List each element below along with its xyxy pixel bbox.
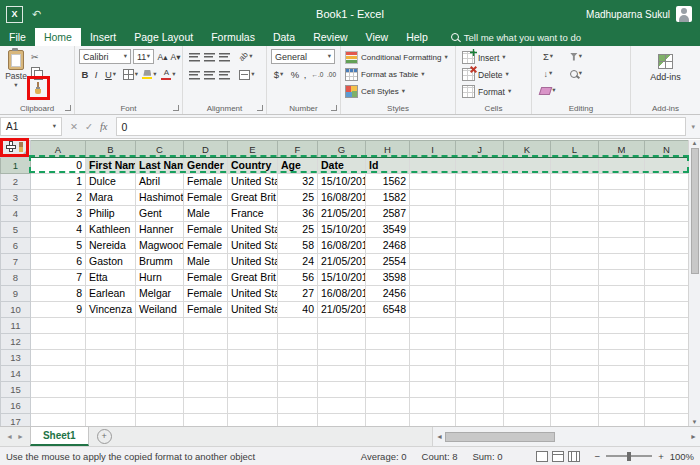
- cell-C7[interactable]: Brumm: [136, 254, 184, 270]
- cell-I5[interactable]: [410, 222, 456, 238]
- cell-I15[interactable]: [410, 382, 456, 398]
- cell-G8[interactable]: 15/10/201: [318, 270, 366, 286]
- addins-button[interactable]: Add-ins: [631, 54, 700, 82]
- cell-H5[interactable]: 3549: [366, 222, 410, 238]
- currency-button[interactable]: $▾: [271, 67, 286, 82]
- cell-J6[interactable]: [456, 238, 504, 254]
- cell-F14[interactable]: [278, 366, 318, 382]
- cell-H9[interactable]: 2456: [366, 286, 410, 302]
- cell-B5[interactable]: Kathleen: [86, 222, 136, 238]
- user-name[interactable]: Madhuparna Sukul: [586, 9, 670, 20]
- column-header-B[interactable]: B: [86, 141, 136, 158]
- cell-E2[interactable]: United Sta: [228, 174, 278, 190]
- cell-H10[interactable]: 6548: [366, 302, 410, 318]
- cell-D14[interactable]: [184, 366, 228, 382]
- cell-B3[interactable]: Mara: [86, 190, 136, 206]
- cell-L6[interactable]: [551, 238, 599, 254]
- cell-H13[interactable]: [366, 350, 410, 366]
- column-header-K[interactable]: K: [504, 141, 551, 158]
- ribbon-tab-review[interactable]: Review: [304, 28, 356, 46]
- find-select-button[interactable]: ▾: [566, 66, 586, 81]
- cell-K4[interactable]: [504, 206, 551, 222]
- cell-E12[interactable]: [228, 334, 278, 350]
- cell-H6[interactable]: 2468: [366, 238, 410, 254]
- cell-A3[interactable]: 2: [31, 190, 86, 206]
- cell-K3[interactable]: [504, 190, 551, 206]
- cell-N1[interactable]: [645, 158, 689, 174]
- tell-me-box[interactable]: Tell me what you want to do: [451, 28, 581, 46]
- cell-G13[interactable]: [318, 350, 366, 366]
- cell-I16[interactable]: [410, 398, 456, 414]
- row-header-10[interactable]: 10: [1, 302, 31, 318]
- page-layout-view-icon[interactable]: [552, 451, 564, 462]
- cell-N14[interactable]: [645, 366, 689, 382]
- cell-G2[interactable]: 15/10/201: [318, 174, 366, 190]
- cell-A5[interactable]: 4: [31, 222, 86, 238]
- cell-L4[interactable]: [551, 206, 599, 222]
- cell-I4[interactable]: [410, 206, 456, 222]
- cell-F13[interactable]: [278, 350, 318, 366]
- zoom-level[interactable]: 100%: [670, 451, 694, 462]
- zoom-out-button[interactable]: −: [595, 451, 601, 462]
- cell-M14[interactable]: [599, 366, 645, 382]
- cell-B12[interactable]: [86, 334, 136, 350]
- number-format-combo[interactable]: General▾: [271, 49, 335, 64]
- cell-B11[interactable]: [86, 318, 136, 334]
- row-header-9[interactable]: 9: [1, 286, 31, 302]
- zoom-slider-thumb[interactable]: [627, 452, 631, 461]
- underline-button[interactable]: U▾: [102, 67, 119, 82]
- cell-J5[interactable]: [456, 222, 504, 238]
- cell-F6[interactable]: 58: [278, 238, 318, 254]
- bold-button[interactable]: B: [80, 67, 90, 82]
- row-header-8[interactable]: 8: [1, 270, 31, 286]
- ribbon-tab-home[interactable]: Home: [35, 28, 81, 46]
- cell-J2[interactable]: [456, 174, 504, 190]
- cell-H7[interactable]: 2554: [366, 254, 410, 270]
- scroll-down-icon[interactable]: ▼: [692, 419, 698, 425]
- decrease-decimal-button[interactable]: .00: [325, 67, 338, 82]
- cell-E7[interactable]: United Sta: [228, 254, 278, 270]
- cell-E5[interactable]: United Sta: [228, 222, 278, 238]
- cell-I13[interactable]: [410, 350, 456, 366]
- insert-function-icon[interactable]: fx: [100, 121, 108, 132]
- cell-A2[interactable]: 1: [31, 174, 86, 190]
- font-dialog-launcher[interactable]: [173, 105, 179, 111]
- cell-M11[interactable]: [599, 318, 645, 334]
- formula-input[interactable]: 0: [116, 117, 687, 136]
- horizontal-scroll-thumb[interactable]: [445, 432, 555, 442]
- column-header-C[interactable]: C: [136, 141, 184, 158]
- cell-H14[interactable]: [366, 366, 410, 382]
- shrink-font-button[interactable]: A▾: [169, 49, 182, 64]
- cell-H2[interactable]: 1562: [366, 174, 410, 190]
- cell-N4[interactable]: [645, 206, 689, 222]
- percent-button[interactable]: %: [290, 67, 300, 82]
- cell-E8[interactable]: Great Brit: [228, 270, 278, 286]
- cell-G7[interactable]: 21/05/201: [318, 254, 366, 270]
- cell-J14[interactable]: [456, 366, 504, 382]
- cell-I12[interactable]: [410, 334, 456, 350]
- cell-B6[interactable]: Nereida: [86, 238, 136, 254]
- cell-G3[interactable]: 16/08/201: [318, 190, 366, 206]
- cell-D12[interactable]: [184, 334, 228, 350]
- cell-I1[interactable]: [410, 158, 456, 174]
- cell-J13[interactable]: [456, 350, 504, 366]
- cell-N3[interactable]: [645, 190, 689, 206]
- cell-G1[interactable]: Date: [318, 158, 366, 174]
- cell-A13[interactable]: [31, 350, 86, 366]
- cell-B14[interactable]: [86, 366, 136, 382]
- cell-E14[interactable]: [228, 366, 278, 382]
- cell-E13[interactable]: [228, 350, 278, 366]
- cell-D8[interactable]: Female: [184, 270, 228, 286]
- cell-G6[interactable]: 16/08/201: [318, 238, 366, 254]
- cell-A14[interactable]: [31, 366, 86, 382]
- cell-M10[interactable]: [599, 302, 645, 318]
- cell-A8[interactable]: 7: [31, 270, 86, 286]
- comma-button[interactable]: ,: [301, 67, 309, 82]
- cell-D11[interactable]: [184, 318, 228, 334]
- alignment-dialog-launcher[interactable]: [257, 105, 263, 111]
- font-size-combo[interactable]: 11▾: [133, 49, 154, 64]
- user-avatar-icon[interactable]: [676, 6, 692, 22]
- enter-icon[interactable]: ✓: [85, 121, 93, 132]
- cell-E10[interactable]: United Sta: [228, 302, 278, 318]
- cell-K5[interactable]: [504, 222, 551, 238]
